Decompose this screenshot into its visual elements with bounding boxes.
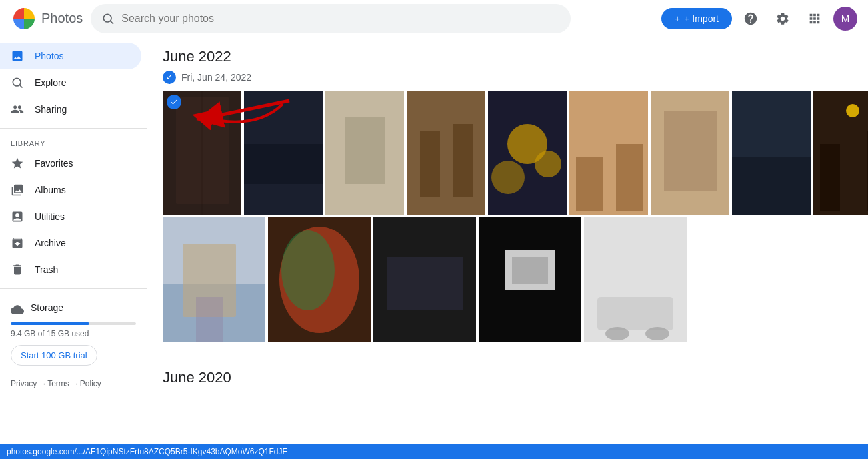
sidebar-item-sharing-label: Sharing <box>35 104 67 115</box>
svg-rect-9 <box>244 144 323 184</box>
photo-placeholder-6 <box>569 91 648 215</box>
import-label: + Import <box>684 13 719 24</box>
photo-grid-row-2 <box>163 217 852 342</box>
section-june-2020: June 2020 <box>163 369 852 386</box>
svg-rect-42 <box>387 257 463 310</box>
trash-icon <box>11 263 24 276</box>
sidebar-item-archive-label: Archive <box>35 238 66 248</box>
photos-icon <box>11 49 24 63</box>
photo-placeholder-2 <box>244 91 323 215</box>
avatar[interactable]: M <box>833 7 857 31</box>
photo-item-2[interactable] <box>244 91 323 215</box>
settings-button[interactable] <box>769 5 796 32</box>
photo-placeholder-12 <box>268 217 371 342</box>
storage-bar-fill <box>11 322 89 325</box>
main-layout: Photos Explore Sharing LIBRARY Favorites <box>0 37 868 444</box>
sidebar-item-explore[interactable]: Explore <box>0 69 141 96</box>
photo-item-9[interactable] <box>813 91 868 215</box>
svg-point-49 <box>645 327 669 340</box>
sidebar: Photos Explore Sharing LIBRARY Favorites <box>0 37 147 444</box>
sidebar-item-photos-label: Photos <box>35 51 64 61</box>
svg-line-4 <box>20 85 23 88</box>
header-actions: + + Import M <box>661 5 857 32</box>
sidebar-item-trash[interactable]: Trash <box>0 256 141 283</box>
help-icon <box>743 11 758 26</box>
sidebar-item-favorites[interactable]: Favorites <box>0 150 141 177</box>
photo-placeholder-4 <box>407 91 485 215</box>
import-button[interactable]: + + Import <box>661 8 732 29</box>
sidebar-item-utilities-label: Utilities <box>35 211 65 222</box>
storage-text: 9.4 GB of 15 GB used <box>11 329 136 338</box>
photo-placeholder-7 <box>651 91 729 215</box>
photo-item-1[interactable] <box>163 91 241 215</box>
photo-select-1[interactable] <box>167 95 181 109</box>
terms-link[interactable]: Terms <box>47 379 69 388</box>
policy-link[interactable]: Policy <box>80 379 101 388</box>
svg-point-28 <box>846 104 859 117</box>
photo-item-15[interactable] <box>584 217 687 342</box>
svg-point-3 <box>13 78 21 86</box>
photo-item-12[interactable] <box>268 217 371 342</box>
svg-rect-12 <box>407 91 485 215</box>
svg-point-48 <box>605 327 629 340</box>
svg-rect-45 <box>512 257 548 284</box>
search-icon <box>101 12 115 25</box>
sidebar-item-albums-label: Albums <box>35 185 66 195</box>
archive-icon <box>11 236 24 250</box>
date-label: Fri, Jun 24, 2022 <box>181 72 251 83</box>
footer-links: Privacy · Terms · Policy <box>0 374 147 394</box>
storage-bar <box>11 322 136 325</box>
help-button[interactable] <box>737 5 764 32</box>
svg-rect-24 <box>664 111 717 191</box>
svg-rect-21 <box>576 157 603 211</box>
photo-placeholder-3 <box>325 91 404 215</box>
svg-rect-11 <box>345 117 385 184</box>
photo-item-4[interactable] <box>407 91 485 215</box>
sidebar-item-utilities[interactable]: Utilities <box>0 203 141 230</box>
logo-text: Photos <box>41 11 83 26</box>
photo-placeholder-9 <box>813 91 868 215</box>
google-logo-icon <box>11 5 37 32</box>
sharing-icon <box>11 103 24 116</box>
photo-item-14[interactable] <box>479 217 581 342</box>
photo-item-11[interactable] <box>163 217 265 342</box>
privacy-link[interactable]: Privacy <box>11 379 37 388</box>
svg-line-2 <box>111 21 113 23</box>
section-title-june-2020: June 2020 <box>163 369 852 386</box>
sidebar-item-archive[interactable]: Archive <box>0 230 141 256</box>
date-check-icon[interactable]: ✓ <box>163 71 176 84</box>
check-icon <box>170 98 178 106</box>
photo-placeholder-8 <box>732 91 811 215</box>
settings-icon <box>775 11 790 26</box>
photo-item-7[interactable] <box>651 91 729 215</box>
apps-button[interactable] <box>801 5 828 32</box>
header: Photos + + Import M <box>0 0 868 37</box>
photo-placeholder-15 <box>584 217 687 342</box>
trial-button[interactable]: Start 100 GB trial <box>11 345 97 366</box>
sidebar-divider <box>0 128 147 129</box>
svg-point-1 <box>104 14 112 22</box>
sidebar-item-sharing[interactable]: Sharing <box>0 96 141 123</box>
sidebar-item-photos[interactable]: Photos <box>0 43 141 69</box>
sidebar-item-favorites-label: Favorites <box>35 158 73 169</box>
albums-icon <box>11 183 24 197</box>
section-title-june-2022: June 2022 <box>163 48 852 65</box>
date-header: ✓ Fri, Jun 24, 2022 <box>163 71 852 84</box>
svg-rect-6 <box>176 97 229 204</box>
sidebar-item-albums[interactable]: Albums <box>0 177 141 203</box>
utilities-icon <box>11 210 24 223</box>
photo-item-13[interactable] <box>373 217 476 342</box>
photo-item-5[interactable] <box>488 91 567 215</box>
sidebar-item-explore-label: Explore <box>35 77 66 88</box>
photo-item-8[interactable] <box>732 91 811 215</box>
url-bar: photos.google.com/.../AF1QipNStzFrtu8AZC… <box>0 444 868 459</box>
import-plus-icon: + <box>675 13 680 24</box>
cloud-icon <box>11 303 24 316</box>
photo-item-6[interactable] <box>569 91 648 215</box>
svg-rect-13 <box>420 131 440 197</box>
photo-grid-row-1 <box>163 91 852 215</box>
search-bar[interactable] <box>91 4 571 33</box>
sidebar-divider-2 <box>0 288 147 289</box>
photo-item-3[interactable] <box>325 91 404 215</box>
search-input[interactable] <box>121 13 560 25</box>
